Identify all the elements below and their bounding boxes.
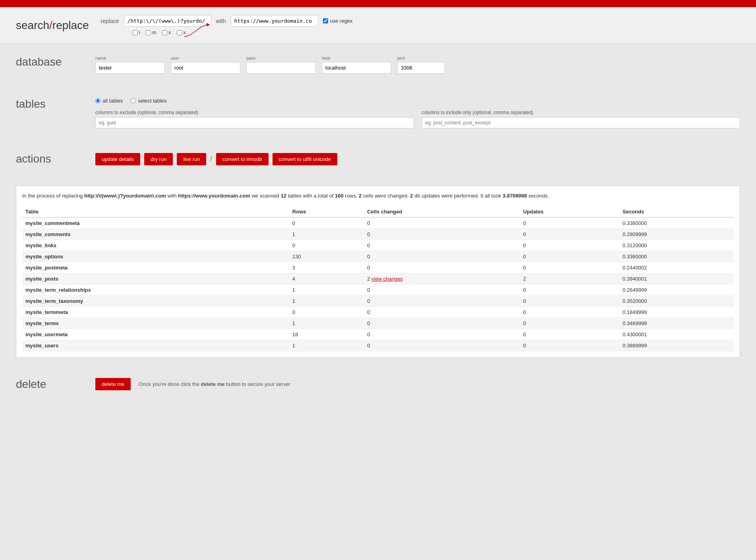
cell-seconds: 0.2649999: [619, 284, 734, 295]
col-seconds: Seconds: [619, 206, 734, 217]
results-box: In the process of replacing http:\/\/(ww…: [16, 186, 740, 358]
db-port-input[interactable]: [397, 62, 445, 74]
select-tables-radio[interactable]: [131, 98, 136, 103]
logo-text2: replace: [52, 19, 89, 31]
tables-label: tables: [16, 98, 95, 110]
cell-updates: 0: [520, 306, 619, 318]
delete-me-button[interactable]: delete me: [95, 378, 131, 390]
use-regex-checkbox[interactable]: [323, 18, 328, 23]
cell-rows: 18: [289, 329, 364, 340]
table-row: mysite_termmeta0000.1849999: [22, 306, 734, 318]
regex-s-option[interactable]: s: [162, 30, 171, 35]
cell-cells-changed: 0: [364, 217, 520, 229]
cell-table-name: mysite_terms: [22, 318, 289, 329]
db-port-field: port: [397, 56, 445, 74]
cell-rows: 4: [289, 273, 364, 284]
cell-rows: 1: [289, 318, 364, 329]
cell-table-name: mysite_comments: [22, 229, 289, 240]
regex-s-checkbox[interactable]: [162, 30, 167, 35]
cell-updates: 0: [520, 251, 619, 262]
cell-seconds: 0.3520000: [619, 295, 734, 306]
update-details-button[interactable]: update details: [95, 153, 140, 165]
cell-rows: 1: [289, 229, 364, 240]
cell-rows: 1: [289, 295, 364, 306]
table-header-row: Table Rows Cells changed Updates Seconds: [22, 206, 734, 217]
all-tables-option[interactable]: all tables: [95, 98, 123, 104]
view-changes-link[interactable]: view changes: [371, 276, 403, 282]
db-host-input[interactable]: [322, 62, 391, 74]
cell-rows: 0: [289, 306, 364, 318]
regex-m-option[interactable]: m: [146, 30, 156, 35]
header: search/replace replace with use regex i …: [0, 7, 756, 44]
database-section: database name user pass host port: [0, 44, 756, 86]
db-name-input[interactable]: [95, 62, 165, 74]
table-row: mysite_users1000.3889999: [22, 340, 734, 351]
convert-utf8-button[interactable]: convert to utf8 unicode: [273, 153, 338, 165]
summary-text4: tables with a total of: [286, 193, 335, 199]
use-regex-label[interactable]: use regex: [323, 18, 353, 24]
columns-row: columns to exclude (optional, comma sepa…: [95, 110, 740, 128]
cell-table-name: mysite_termmeta: [22, 306, 289, 318]
tables-section: tables all tables select tables columns …: [0, 86, 756, 141]
results-summary: In the process of replacing http:\/\/(ww…: [22, 192, 734, 200]
results-table: Table Rows Cells changed Updates Seconds…: [22, 206, 734, 351]
cell-seconds: 0.4300001: [619, 329, 734, 340]
columns-include-group: columns to include only (optional, comma…: [422, 110, 741, 128]
db-pass-input[interactable]: [246, 62, 316, 74]
cell-seconds: 0.3940001: [619, 273, 734, 284]
live-run-button[interactable]: live run: [177, 153, 206, 165]
table-row: mysite_posts42 view changes20.3940001: [22, 273, 734, 284]
columns-exclude-label: columns to exclude (optional, comma sepa…: [95, 110, 414, 115]
columns-include-label: columns to include only (optional, comma…: [422, 110, 741, 115]
delete-label: delete: [16, 378, 95, 391]
cell-table-name: mysite_options: [22, 251, 289, 262]
db-name-field: name: [95, 56, 165, 74]
table-row: mysite_terms1000.3469999: [22, 318, 734, 329]
delete-note: Once you're done click the delete me but…: [139, 381, 290, 387]
replace-input[interactable]: [231, 15, 318, 27]
cell-rows: 130: [289, 251, 364, 262]
cell-cells-changed: 0: [364, 240, 520, 251]
cell-seconds: 0.2809999: [619, 229, 734, 240]
db-host-field: host: [322, 56, 391, 74]
summary-text5: rows,: [344, 193, 359, 199]
all-tables-radio[interactable]: [95, 98, 101, 103]
cell-rows: 0: [289, 217, 364, 229]
summary-text1: In the process of replacing: [22, 193, 84, 199]
cell-updates: 0: [520, 329, 619, 340]
summary-tables-count: 12: [280, 193, 286, 199]
db-name-label: name: [95, 56, 165, 60]
replace-label: replace: [101, 18, 119, 24]
cell-updates: 0: [520, 262, 619, 273]
database-fields: name user pass host port: [95, 56, 445, 74]
convert-innodb-button[interactable]: convert to innodb: [216, 153, 269, 165]
logo-slash: /: [49, 19, 52, 31]
col-cells-changed: Cells changed: [364, 206, 520, 217]
columns-include-input[interactable]: [422, 117, 741, 128]
dry-run-button[interactable]: dry run: [144, 153, 173, 165]
with-label: with: [216, 18, 226, 24]
regex-m-checkbox[interactable]: [146, 30, 151, 35]
cell-updates: 0: [520, 240, 619, 251]
db-pass-label: pass: [246, 56, 316, 60]
regex-i-option[interactable]: i: [133, 30, 140, 35]
db-user-field: user: [171, 56, 240, 74]
columns-exclude-input[interactable]: [95, 117, 414, 128]
cell-seconds: 0.3360000: [619, 251, 734, 262]
db-user-input[interactable]: [171, 62, 240, 74]
cell-cells-changed: 0: [364, 229, 520, 240]
cell-cells-changed: 0: [364, 295, 520, 306]
db-pass-field: pass: [246, 56, 316, 74]
cell-cells-changed: 0: [364, 306, 520, 318]
regex-i-checkbox[interactable]: [133, 30, 138, 35]
db-port-label: port: [397, 56, 445, 60]
cell-cells-changed: 2 view changes: [364, 273, 520, 284]
cell-table-name: mysite_commentmeta: [22, 217, 289, 229]
select-tables-option[interactable]: select tables: [131, 98, 166, 104]
regex-options-row: i m s x: [101, 30, 353, 35]
col-updates: Updates: [520, 206, 619, 217]
cell-cells-changed: 0: [364, 329, 520, 340]
col-table: Table: [22, 206, 289, 217]
cell-table-name: mysite_usermeta: [22, 329, 289, 340]
table-row: mysite_commentmeta0000.3360000: [22, 217, 734, 229]
